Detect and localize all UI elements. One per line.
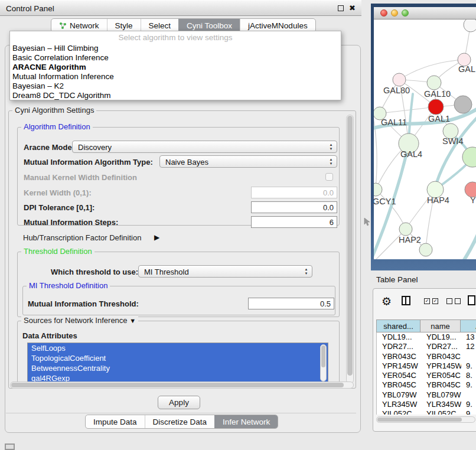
apply-button[interactable]: Apply — [158, 396, 200, 409]
hub-definition-label[interactable]: Hub/Transcription Factor Definition — [23, 233, 141, 242]
network-node-label: HAP2 — [399, 235, 421, 244]
expand-arrow-icon[interactable]: ▶ — [154, 233, 159, 242]
algorithm-option-basic-correlation-inference[interactable]: Basic Correlation Inference — [11, 53, 340, 63]
algorithm-option-dream8-dc-tdc-algorithm[interactable]: Dream8 DC_TDC Algorithm — [11, 91, 340, 100]
network-canvas[interactable]: GALGAL80GAL10GAL1GAL11GAL4SWI4GCY1HAP4YH… — [374, 19, 476, 259]
network-nodes: GALGAL80GAL10GAL1GAL11GAL4SWI4GCY1HAP4YH… — [374, 19, 476, 256]
bottom-tabbar: Impute DataDiscretize DataInfer Network — [85, 415, 278, 429]
control-panel-titlebar[interactable]: Control Panel ✖ — [0, 0, 361, 16]
column-header-shared[interactable]: shared... — [376, 319, 420, 332]
network-node-label: GAL4 — [400, 149, 422, 159]
table-row[interactable]: YBR045CYBR045C9. — [377, 380, 476, 390]
column-header-a[interactable]: A — [461, 319, 476, 332]
tab-jactivemnodules[interactable]: jActiveMNodules — [240, 19, 315, 32]
table-row[interactable]: YBL079WYBL079W — [377, 390, 476, 400]
network-node-label: GCY1 — [374, 197, 396, 206]
float-window-icon[interactable] — [338, 5, 344, 11]
deselect-checkbox-icon[interactable] — [446, 298, 452, 304]
network-node[interactable] — [454, 96, 472, 113]
mi-threshold-field[interactable]: 0.5 — [248, 298, 334, 309]
table-row[interactable]: YBR043CYBR043C — [377, 352, 476, 361]
mi-type-label: Mutual Information Algorithm Type: — [24, 158, 153, 167]
network-node[interactable] — [462, 147, 476, 167]
network-node[interactable] — [419, 243, 432, 256]
mi-threshold-definition-title: MI Threshold Definition — [27, 281, 110, 290]
aracne-mode-combobox[interactable]: Discovery ▲▼ — [72, 141, 337, 153]
network-node-gal10[interactable] — [427, 76, 441, 90]
tab-discretize-data[interactable]: Discretize Data — [145, 415, 215, 428]
table-cell: 9. — [461, 361, 476, 371]
table-cell: YER054C — [421, 371, 461, 380]
table-cell: YIL052C — [377, 409, 421, 415]
table-row[interactable]: YDL19...YDL19...13 — [377, 332, 476, 342]
deselect-checkbox-icon-2[interactable] — [455, 298, 461, 304]
table-horizontal-scrollbar[interactable] — [376, 416, 475, 423]
minimize-traffic-light-icon[interactable] — [391, 9, 398, 17]
network-window-titlebar[interactable] — [374, 7, 476, 19]
table-row[interactable]: YER054CYER054C8. — [377, 371, 476, 380]
zoom-traffic-light-icon[interactable] — [402, 9, 409, 17]
network-view-window: GALGAL80GAL10GAL1GAL11GAL4SWI4GCY1HAP4YH… — [371, 4, 476, 270]
network-node-gal80[interactable] — [393, 73, 406, 86]
close-traffic-light-icon[interactable] — [380, 9, 387, 17]
data-attributes-list[interactable]: SelfLoopsTopologicalCoefficientBetweenne… — [27, 343, 328, 383]
which-threshold-label: Which threshold to use: — [51, 268, 138, 276]
table-panel: ⚙ ✓ ✓ shared...nameA YDL19...YDL19...13Y… — [373, 288, 476, 432]
mi-steps-field[interactable]: 6 — [251, 216, 337, 228]
kernel-width-field[interactable]: 0.0 — [251, 187, 337, 198]
network-node-label: GAL — [458, 64, 475, 74]
attribute-item-selfloops[interactable]: SelfLoops — [28, 343, 328, 353]
algorithm-option-mutual-information-inference[interactable]: Mutual Information Inference — [11, 72, 340, 81]
tab-select[interactable]: Select — [141, 19, 179, 32]
tab-cyni-toolbox[interactable]: Cyni Toolbox — [178, 19, 240, 32]
table-row[interactable]: YLR345WYLR345W9. — [377, 400, 476, 409]
algorithm-definition-title: Algorithm Definition — [21, 122, 93, 131]
document-icon[interactable] — [468, 295, 475, 305]
sources-title[interactable]: Sources for Network Inference ▼ — [21, 316, 138, 325]
control-panel-window: Control Panel ✖ NetworkStyleSelectCyni T… — [0, 0, 361, 432]
network-node-label: GAL11 — [381, 118, 407, 127]
minimized-panel-icon[interactable] — [5, 444, 15, 450]
select-all-checkbox-icon-2[interactable]: ✓ — [432, 298, 438, 304]
table-cell: 12 — [461, 342, 476, 351]
tab-impute-data[interactable]: Impute Data — [86, 415, 145, 428]
dpi-tolerance-field[interactable]: 0.0 — [251, 201, 337, 213]
algorithm-option-aracne-algorithm[interactable]: ARACNE Algorithm — [11, 63, 340, 72]
table-row[interactable]: YIL052CYIL052C9. — [377, 409, 476, 415]
settings-horizontal-scrollbar[interactable] — [10, 381, 354, 389]
mi-type-combobox[interactable]: Naive Bayes ▲▼ — [159, 155, 337, 168]
close-icon[interactable]: ✖ — [349, 5, 356, 12]
collapse-arrow-icon[interactable]: ▼ — [129, 317, 136, 324]
tab-style[interactable]: Style — [107, 19, 141, 32]
table-cell: 9. — [461, 409, 476, 415]
network-node-gcy1[interactable] — [374, 183, 382, 196]
network-node-label: SWI4 — [442, 136, 463, 146]
network-canvas-svg: GALGAL80GAL10GAL1GAL11GAL4SWI4GCY1HAP4YH… — [374, 19, 476, 259]
mi-steps-label: Mutual Information Steps: — [24, 218, 118, 227]
aracne-mode-label: Aracne Mode: — [24, 143, 74, 152]
columns-icon[interactable] — [402, 296, 410, 305]
table-cell: YER054C — [377, 371, 421, 380]
attribute-item-betweennesscentrality[interactable]: BetweennessCentrality — [28, 363, 328, 373]
table-cell: YPR145W — [421, 361, 461, 371]
algorithm-option-bayesian-hill-climbing[interactable]: Bayesian – Hill Climbing — [11, 44, 340, 53]
table-row[interactable]: YPR145WYPR145W9. — [377, 361, 476, 371]
network-node[interactable] — [464, 19, 476, 32]
attribute-item-topologicalcoefficient[interactable]: TopologicalCoefficient — [28, 353, 328, 363]
manual-kernel-checkbox[interactable] — [325, 173, 333, 181]
algorithm-option-bayesian-k2[interactable]: Bayesian – K2 — [11, 81, 340, 91]
settings-vertical-scrollbar[interactable] — [346, 115, 354, 384]
network-node-hap2[interactable] — [399, 223, 412, 236]
tab-infer-network[interactable]: Infer Network — [214, 415, 278, 428]
network-node-gal1[interactable] — [428, 99, 444, 115]
tab-network[interactable]: Network — [51, 19, 107, 32]
network-node-label: Y — [470, 195, 476, 205]
table-cell: YLR345W — [377, 400, 421, 409]
which-threshold-combobox[interactable]: MI Threshold ▲▼ — [138, 265, 312, 278]
table-row[interactable]: YDR27...YDR27...12 — [377, 342, 476, 351]
column-header-name[interactable]: name — [420, 319, 461, 332]
table-header-row: shared...nameA — [376, 319, 476, 332]
select-all-checkbox-icon[interactable]: ✓ — [424, 298, 430, 304]
attributes-vertical-scrollbar[interactable] — [320, 344, 327, 381]
gear-icon[interactable]: ⚙ — [382, 295, 392, 308]
